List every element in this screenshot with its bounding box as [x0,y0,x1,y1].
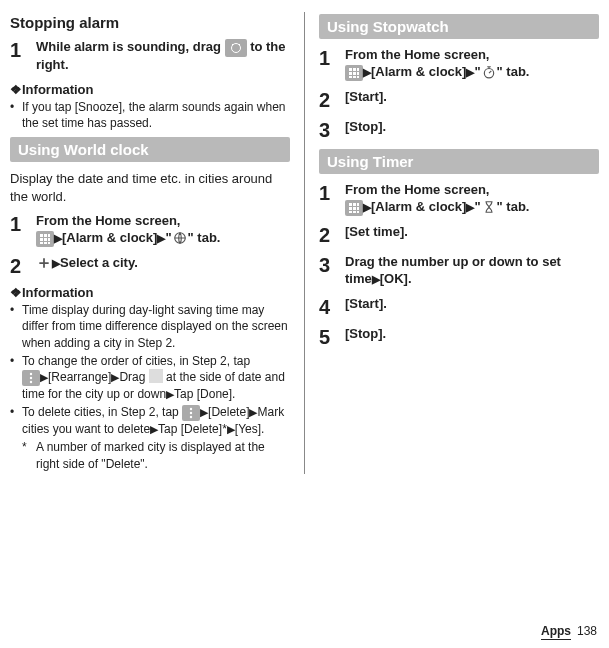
bullet-item: • To delete cities, in Step 2, tap ▶[Del… [10,404,290,437]
svg-rect-20 [349,72,352,75]
step-row: 3 [Stop]. [319,119,599,141]
information-heading: ❖Information [10,285,290,300]
text: To delete cities, in Step 2, tap [22,405,182,419]
svg-rect-3 [48,234,50,237]
page-number: 138 [577,624,597,638]
step-row: 3 Drag the number up or down to set time… [319,254,599,288]
svg-rect-7 [40,242,43,244]
text: While alarm is sounding, drag [36,39,225,54]
bullet-mark: • [10,99,22,131]
bullet-mark: • [10,353,22,402]
bullet-item: • If you tap [Snooze], the alarm sounds … [10,99,290,131]
svg-point-14 [190,408,192,410]
bullet-mark: • [10,404,22,437]
hourglass-icon [481,199,497,215]
svg-rect-28 [353,203,356,206]
step-number: 3 [319,254,345,288]
bullet-text: If you tap [Snooze], the alarm sounds ag… [22,99,290,131]
stopping-alarm-title: Stopping alarm [10,14,290,31]
step-row: 1 While alarm is sounding, drag to the r… [10,39,290,74]
svg-point-16 [190,416,192,418]
arrow-icon: ▶ [363,66,371,78]
step-text: [Stop]. [345,326,599,348]
step-text: While alarm is sounding, drag to the rig… [36,39,290,74]
svg-rect-32 [357,207,359,210]
apps-grid-icon [345,65,363,81]
world-clock-desc: Display the date and time etc. in cities… [10,170,290,205]
step-text: From the Home screen, ▶[Alarm & clock]▶"… [36,213,290,247]
bullet-item: • Time display during day-light saving t… [10,302,290,351]
text: Tap [Delete] [158,422,222,436]
bullet-mark: • [10,302,22,351]
step-row: 1 From the Home screen, ▶[Alarm & clock]… [10,213,290,247]
text: [Alarm & clock] [371,64,466,79]
svg-rect-24 [353,76,356,78]
step-number: 2 [319,224,345,246]
step-row: 1 From the Home screen, ▶[Alarm & clock]… [319,182,599,216]
step-text: [Start]. [345,89,599,111]
svg-rect-31 [353,207,356,210]
step-row: 2 [Start]. [319,89,599,111]
step-row: 2 [Set time]. [319,224,599,246]
arrow-icon: ▶ [54,232,62,244]
arrow-icon: ▶ [227,423,235,435]
arrow-icon: ▶ [372,273,380,285]
svg-rect-22 [357,72,359,75]
arrow-icon: ▶ [52,257,60,269]
svg-point-15 [190,412,192,414]
step-text: ▶Select a city. [36,255,290,277]
svg-point-13 [30,381,32,383]
plus-icon [36,255,52,271]
svg-rect-19 [357,68,359,71]
svg-rect-17 [349,68,352,71]
step-text: From the Home screen, ▶[Alarm & clock]▶"… [345,182,599,216]
text: From the Home screen, [345,182,490,197]
bullet-item: • To change the order of cities, in Step… [10,353,290,402]
right-column: Using Stopwatch 1 From the Home screen, … [319,8,599,474]
information-heading: ❖Information [10,82,290,97]
step-row: 2 ▶Select a city. [10,255,290,277]
apps-grid-icon [345,200,363,216]
left-column: Stopping alarm 1 While alarm is sounding… [10,8,290,474]
step-text: [Start]. [345,296,599,318]
step-number: 3 [319,119,345,141]
menu-dots-icon [182,405,200,421]
step-number: 1 [319,182,345,216]
svg-rect-35 [357,211,359,213]
step-number: 2 [319,89,345,111]
svg-rect-25 [357,76,359,78]
text: Select a city. [60,255,138,270]
step-row: 4 [Start]. [319,296,599,318]
text: " tab. [497,64,530,79]
svg-point-26 [484,68,493,77]
svg-rect-21 [353,72,356,75]
text: From the Home screen, [345,47,490,62]
footnote-mark: * [22,439,36,471]
svg-rect-9 [48,242,50,244]
svg-rect-1 [40,234,43,237]
bullet-text: To delete cities, in Step 2, tap ▶[Delet… [22,404,290,437]
bullet-text: To change the order of cities, in Step 2… [22,353,290,402]
arrow-icon: ▶ [40,371,48,383]
step-text: [Set time]. [345,224,599,246]
step-text: Drag the number up or down to set time▶[… [345,254,599,288]
svg-rect-6 [48,238,50,241]
bullet-text: Time display during day-light saving tim… [22,302,290,351]
arrow-icon: ▶ [150,423,158,435]
globe-icon [172,230,188,246]
step-number: 5 [319,326,345,348]
apps-grid-icon [36,231,54,247]
svg-rect-5 [44,238,47,241]
step-number: 4 [319,296,345,318]
text: [OK]. [380,271,412,286]
alarm-slider-icon [225,39,247,57]
footnote: * A number of marked city is displayed a… [22,439,290,471]
text: Tap [Done]. [174,387,235,401]
arrow-icon: ▶ [363,201,371,213]
svg-rect-23 [349,76,352,78]
text: [Alarm & clock] [371,199,466,214]
svg-rect-29 [357,203,359,206]
text: " tab. [188,230,221,245]
footnote-text: A number of marked city is displayed at … [36,439,290,471]
svg-rect-33 [349,211,352,213]
